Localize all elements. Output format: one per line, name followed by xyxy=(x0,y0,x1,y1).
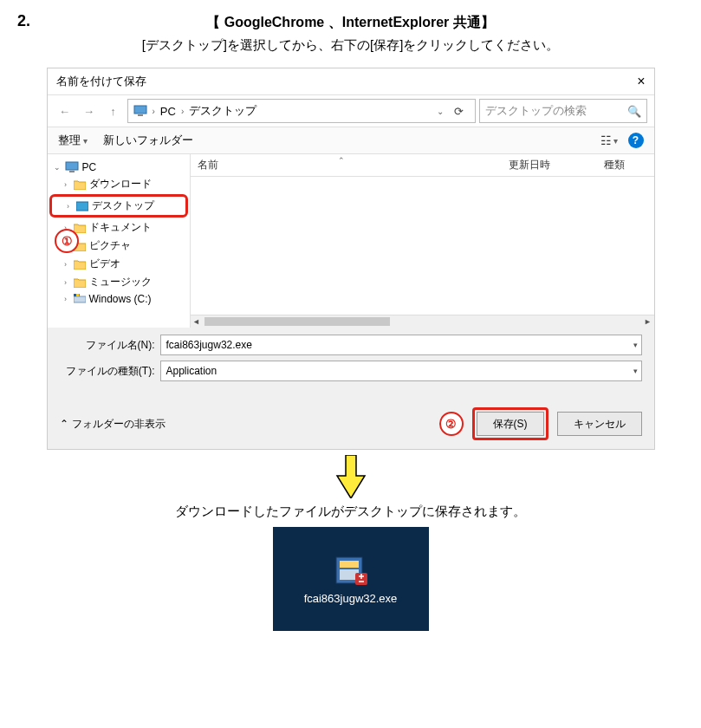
back-icon[interactable]: ← xyxy=(55,101,75,121)
scroll-right-icon[interactable]: ► xyxy=(642,317,654,326)
callout-2: ② xyxy=(439,412,464,436)
tree-item-label: ドキュメント xyxy=(89,220,152,235)
folder-icon xyxy=(74,179,86,190)
up-icon[interactable]: ↑ xyxy=(103,101,124,121)
refresh-icon[interactable]: ⟳ xyxy=(449,105,470,118)
filetype-label: ファイルの種類(T): xyxy=(60,364,155,379)
chevron-right-icon: › xyxy=(62,278,70,287)
organize-label: 整理 xyxy=(58,133,81,148)
path-pc[interactable]: PC xyxy=(160,105,176,118)
installer-file-icon xyxy=(333,554,369,587)
scroll-left-icon[interactable]: ◄ xyxy=(191,317,203,326)
chevron-down-icon: ⌄ xyxy=(53,163,62,172)
search-input[interactable]: デスクトップの検索 🔍 xyxy=(479,99,647,123)
instruction-text: [デスクトップ]を選択してから、右下の[保存]をクリックしてください。 xyxy=(17,37,684,54)
column-date[interactable]: 更新日時 xyxy=(509,158,604,172)
tree-item-label: デスクトップ xyxy=(92,198,154,213)
new-folder-label: 新しいフォルダー xyxy=(103,133,193,148)
address-bar[interactable]: › PC › デスクトップ ⌄ ⟳ xyxy=(127,99,476,123)
tree-item-label: ダウンロード xyxy=(89,177,152,192)
dialog-footer: ⌃ フォルダーの非表示 ② 保存(S) キャンセル xyxy=(48,399,654,449)
list-header: 名前 更新日時 種類 ⌃ xyxy=(191,154,654,177)
path-desktop[interactable]: デスクトップ xyxy=(189,103,256,119)
sort-indicator-icon: ⌃ xyxy=(338,156,345,165)
tree-pc[interactable]: ⌄ PC xyxy=(49,159,188,175)
chevron-right-icon: › xyxy=(181,107,184,116)
toolbar: 整理 ▾ 新しいフォルダー ☷ ▾ ? xyxy=(48,127,654,154)
tree-item-label: ビデオ xyxy=(89,257,120,271)
filename-label: ファイル名(N): xyxy=(60,338,155,353)
tree-music[interactable]: › ミュージック xyxy=(49,273,188,291)
svg-rect-1 xyxy=(138,114,143,116)
chevron-right-icon: › xyxy=(153,107,155,116)
pc-icon xyxy=(133,105,147,117)
help-icon[interactable]: ? xyxy=(628,133,644,148)
column-type[interactable]: 種類 xyxy=(604,158,647,172)
save-dialog: 名前を付けて保存 × ← → ↑ › PC › デスクトップ ⌄ ⟳ デスクトッ… xyxy=(47,68,655,450)
svg-rect-2 xyxy=(66,162,78,170)
tree-desktop[interactable]: › デスクトップ xyxy=(52,197,185,215)
details-view-icon: ☷ xyxy=(600,133,612,147)
hide-folders-label: フォルダーの非表示 xyxy=(72,417,166,432)
dialog-title: 名前を付けて保存 xyxy=(56,74,146,89)
filename-input[interactable]: fcai863jugw32.exe ▾ xyxy=(160,335,642,355)
chevron-down-icon[interactable]: ▾ xyxy=(633,341,638,349)
chevron-down-icon[interactable]: ⌄ xyxy=(437,107,444,116)
hide-folders-toggle[interactable]: ⌃ フォルダーの非表示 xyxy=(60,417,439,432)
folder-icon xyxy=(74,223,86,233)
filetype-select[interactable]: Application ▾ xyxy=(160,361,642,381)
desktop-file-preview: fcai863jugw32.exe xyxy=(273,527,429,631)
svg-rect-10 xyxy=(76,294,79,296)
svg-rect-3 xyxy=(69,171,75,172)
address-bar-row: ← → ↑ › PC › デスクトップ ⌄ ⟳ デスクトップの検索 🔍 xyxy=(48,94,654,127)
tree-drive-c[interactable]: › Windows (C:) xyxy=(49,291,188,307)
tree-downloads[interactable]: › ダウンロード xyxy=(49,175,188,193)
svg-rect-12 xyxy=(340,561,359,568)
column-name[interactable]: 名前 xyxy=(198,158,509,172)
folder-icon xyxy=(74,277,86,288)
tree-item-label: ミュージック xyxy=(89,275,152,289)
chevron-down-icon[interactable]: ▾ xyxy=(633,367,638,375)
chevron-down-icon: ▾ xyxy=(613,136,618,146)
folder-icon xyxy=(74,259,86,270)
result-text: ダウンロードしたファイルがデスクトップに保存されます。 xyxy=(17,504,684,520)
page-title: 【 GoogleChrome 、InternetExplorer 共通】 xyxy=(17,14,684,32)
close-icon[interactable]: × xyxy=(637,74,645,89)
chevron-up-icon: ⌃ xyxy=(60,418,68,430)
view-options-button[interactable]: ☷ ▾ xyxy=(600,133,618,147)
search-icon: 🔍 xyxy=(627,105,641,118)
search-placeholder: デスクトップの検索 xyxy=(485,103,627,119)
chevron-down-icon: ▾ xyxy=(83,136,88,146)
arrow-down-icon xyxy=(334,455,368,498)
svg-rect-9 xyxy=(74,294,76,296)
step-number: 2. xyxy=(17,12,30,30)
tree-item-label: ピクチャ xyxy=(89,238,131,253)
svg-rect-5 xyxy=(74,296,86,302)
tree-pc-label: PC xyxy=(82,161,97,173)
pc-icon xyxy=(65,161,79,173)
cancel-button[interactable]: キャンセル xyxy=(557,412,642,436)
horizontal-scrollbar[interactable]: ◄ ► xyxy=(191,315,654,328)
new-folder-button[interactable]: 新しいフォルダー xyxy=(103,133,193,148)
drive-icon xyxy=(74,294,86,304)
desktop-file-label: fcai863jugw32.exe xyxy=(304,592,398,605)
chevron-right-icon: › xyxy=(62,295,70,303)
chevron-right-icon: › xyxy=(62,260,70,269)
save-button[interactable]: 保存(S) xyxy=(477,412,544,436)
file-list[interactable]: 名前 更新日時 種類 ⌃ ◄ ► xyxy=(191,154,654,328)
filename-value: fcai863jugw32.exe xyxy=(166,339,252,351)
chevron-right-icon: › xyxy=(62,180,70,189)
callout-1: ① xyxy=(55,229,79,253)
desktop-folder-icon xyxy=(76,201,88,211)
filetype-value: Application xyxy=(166,365,217,377)
chevron-right-icon: › xyxy=(64,202,73,211)
svg-rect-4 xyxy=(76,202,88,211)
forward-icon[interactable]: → xyxy=(79,101,100,121)
svg-rect-0 xyxy=(134,106,146,114)
tree-item-label: Windows (C:) xyxy=(89,293,152,305)
filename-panel: ファイル名(N): fcai863jugw32.exe ▾ ファイルの種類(T)… xyxy=(48,328,654,399)
scroll-thumb[interactable] xyxy=(204,317,390,326)
tree-videos[interactable]: › ビデオ xyxy=(49,255,188,273)
organize-menu[interactable]: 整理 ▾ xyxy=(58,133,88,148)
